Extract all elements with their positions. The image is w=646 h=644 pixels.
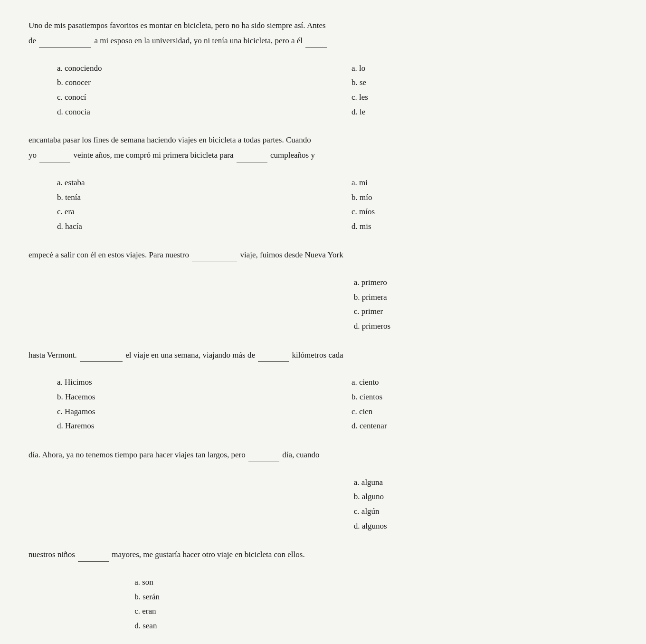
option-4a[interactable]: a. Hicimos [57,375,323,390]
option-5d[interactable]: d. algunos [354,519,618,534]
option-2a[interactable]: a. estaba [57,176,323,190]
text-line-6c: kilómetros cada [292,350,343,360]
option-1d[interactable]: d. conocía [57,105,323,120]
options-block-6: a. son b. serán c. eran d. sean [28,575,618,633]
option-text: primeros [362,322,390,331]
option-1b-right[interactable]: b. se [352,76,618,90]
option-1a[interactable]: a. conociendo [57,61,323,76]
option-text: algún [361,507,380,516]
option-4b[interactable]: b. Hacemos [57,390,323,405]
blank-7 [258,348,289,362]
worksheet: Uno de mis pasatiempos favoritos es mont… [28,19,618,633]
option-label: c. [57,93,65,102]
option-label: a. [354,478,361,487]
option-label: d. [134,621,142,630]
text-middle-2: veinte años, me compró mi primera bicicl… [74,151,234,160]
option-text: primera [362,293,387,302]
option-text: Hacemos [65,392,95,401]
options-right-1: a. lo b. se c. les d. le [323,61,618,119]
option-label: b. [354,293,362,302]
option-text: sean [142,621,157,630]
option-text: lo [359,64,365,73]
options-right-5: a. alguna b. alguno c. algún d. algunos [335,475,618,533]
option-2b-right[interactable]: b. mío [352,190,618,205]
option-text: míos [359,207,375,216]
options-block-5: a. alguna b. alguno c. algún d. algunos [28,475,618,533]
options-left-4: a. Hicimos b. Hacemos c. Hagamos d. Hare… [28,375,323,433]
blank-6 [80,348,123,362]
option-3d[interactable]: d. primeros [354,319,618,334]
option-1c-right[interactable]: c. les [352,90,618,105]
passage-block-6: nuestros niños mayores, me gustaría hace… [28,548,618,562]
option-text: le [360,107,365,116]
option-2b[interactable]: b. tenía [57,190,323,205]
option-2a-right[interactable]: a. mi [352,176,618,190]
option-3c[interactable]: c. primer [354,304,618,319]
option-1c[interactable]: c. conocí [57,90,323,105]
option-label: a. [354,278,361,287]
options-right-2: a. mi b. mío c. míos d. mis [323,176,618,234]
option-2d[interactable]: d. hacía [57,219,323,234]
option-5b[interactable]: b. alguno [354,490,618,504]
option-6b[interactable]: b. serán [134,590,311,605]
option-text: serán [142,592,160,601]
option-label: b. [57,78,65,87]
option-text: mis [360,222,371,231]
passage-line-7: día. Ahora, ya no tenemos tiempo para ha… [28,448,618,462]
passage-line-4: yo veinte años, me compró mi primera bic… [28,148,618,162]
option-label: d. [352,421,360,430]
text-line-6b: el viaje en una semana, viajando más de [125,350,255,360]
option-text: Hicimos [65,378,92,387]
options-right-4: a. ciento b. cientos c. cien d. centenar [323,375,618,433]
option-label: c. [57,207,65,216]
option-label: d. [57,107,65,116]
options-left-2: a. estaba b. tenía c. era d. hacía [28,176,323,234]
text-suffix-2: cumpleaños y [270,151,315,160]
option-4d-right[interactable]: d. centenar [352,419,618,434]
passage-line-3: encantaba pasar los fines de semana haci… [28,133,618,147]
option-2d-right[interactable]: d. mis [352,219,618,234]
text-line-7a: día. Ahora, ya no tenemos tiempo para ha… [28,450,246,459]
option-5a[interactable]: a. alguna [354,475,618,490]
option-2c-right[interactable]: c. míos [352,205,618,219]
passage-block-2: encantaba pasar los fines de semana haci… [28,133,618,162]
option-label: b. [354,492,362,501]
option-text: cientos [360,392,382,401]
option-text: ciento [359,378,379,387]
option-label: a. [134,578,142,587]
option-label: b. [352,78,360,87]
passage-line-1: Uno de mis pasatiempos favoritos es mont… [28,19,618,33]
options-block-3: a. primero b. primera c. primer d. prime… [28,275,618,333]
option-label: a. [57,178,65,187]
option-6d[interactable]: d. sean [134,619,311,634]
option-3b[interactable]: b. primera [354,290,618,305]
option-6a[interactable]: a. son [134,575,311,590]
option-text: se [360,78,366,87]
passage-block-4: hasta Vermont. el viaje en una semana, v… [28,348,618,362]
option-1d-right[interactable]: d. le [352,105,618,120]
text-line-6a: hasta Vermont. [28,350,77,360]
option-2c[interactable]: c. era [57,205,323,219]
option-label: a. [57,378,65,387]
option-text: conocí [65,93,86,102]
option-text: cien [359,407,372,416]
option-4c-right[interactable]: c. cien [352,405,618,419]
option-text: mío [360,193,372,202]
option-text: son [142,578,153,587]
option-4d[interactable]: d. Haremos [57,419,323,434]
option-4a-right[interactable]: a. ciento [352,375,618,390]
passage-line-2: de a mi esposo en la universidad, yo ni … [28,34,618,48]
option-1a-right[interactable]: a. lo [352,61,618,76]
passage-line-5: empecé a salir con él en estos viajes. P… [28,248,618,262]
option-4c[interactable]: c. Hagamos [57,405,323,419]
options-left-1: a. conociendo b. conocer c. conocí d. co… [28,61,323,119]
option-1b[interactable]: b. conocer [57,76,323,90]
option-6c[interactable]: c. eran [134,604,311,619]
blank-5 [192,248,237,262]
text-yo: yo [28,151,37,160]
option-5c[interactable]: c. algún [354,504,618,519]
option-3a[interactable]: a. primero [354,275,618,290]
option-text: centenar [360,421,387,430]
option-4b-right[interactable]: b. cientos [352,390,618,405]
option-text: mi [359,178,368,187]
